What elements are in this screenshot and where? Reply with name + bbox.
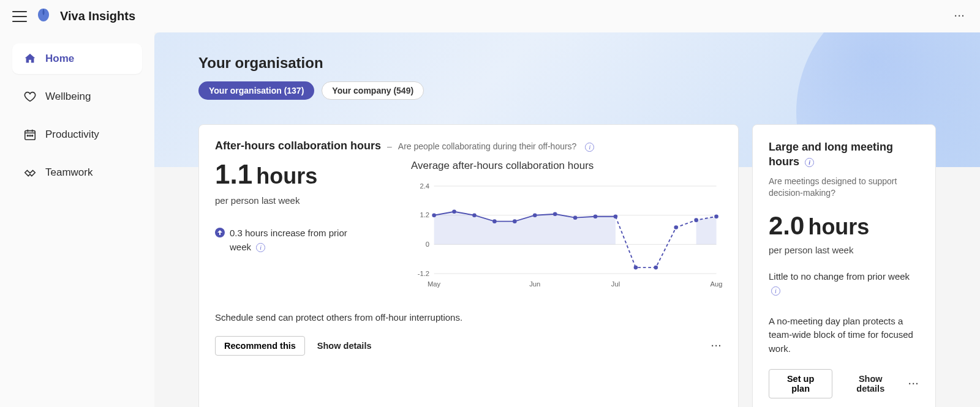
app-title: Viva Insights xyxy=(60,9,135,23)
show-details-button[interactable]: Show details xyxy=(845,374,896,394)
sidebar-item-wellbeing[interactable]: Wellbeing xyxy=(12,81,142,112)
card-title: After-hours collaboration hours xyxy=(215,140,381,152)
card-meetings: Large and long meeting hours i Are meeti… xyxy=(752,124,936,407)
svg-point-20 xyxy=(594,214,598,218)
change-text: Little to no change from prior week xyxy=(769,271,910,282)
info-icon[interactable]: i xyxy=(585,143,594,152)
svg-point-26 xyxy=(714,214,718,218)
delta-text: 0.3 hours increase from prior week xyxy=(230,228,347,252)
show-details-button[interactable]: Show details xyxy=(317,341,372,351)
metric-subtext: per person last week xyxy=(215,195,386,206)
sidebar-item-home[interactable]: Home xyxy=(12,43,142,74)
svg-text:2.4: 2.4 xyxy=(420,182,429,190)
page-title: Your organisation xyxy=(198,54,936,72)
metric-value: 2.0 xyxy=(769,211,804,240)
svg-text:Jul: Jul xyxy=(611,280,620,288)
svg-text:May: May xyxy=(428,280,441,288)
svg-point-25 xyxy=(694,218,698,222)
svg-point-2 xyxy=(29,135,31,136)
svg-point-22 xyxy=(634,266,638,270)
card-after-hours: After-hours collaboration hours – Are pe… xyxy=(198,124,739,407)
info-icon[interactable]: i xyxy=(256,243,265,252)
svg-point-15 xyxy=(492,219,497,223)
setup-plan-button[interactable]: Set up plan xyxy=(769,369,832,398)
svg-text:0: 0 xyxy=(426,241,429,248)
svg-point-1 xyxy=(27,135,28,136)
svg-point-23 xyxy=(654,266,658,270)
metric-value: 1.1 xyxy=(215,159,252,189)
metric-subtext: per person last week xyxy=(769,245,919,255)
heart-icon xyxy=(23,90,37,103)
card-title: Large and long meeting hours xyxy=(769,141,893,168)
svg-point-19 xyxy=(573,215,578,220)
svg-point-16 xyxy=(513,219,517,223)
home-icon xyxy=(23,52,37,65)
svg-text:1.2: 1.2 xyxy=(420,211,429,218)
handshake-icon xyxy=(23,166,37,179)
sidebar-item-productivity[interactable]: Productivity xyxy=(12,119,142,150)
hamburger-menu[interactable] xyxy=(12,10,27,23)
svg-point-21 xyxy=(614,214,618,218)
arrow-up-icon xyxy=(215,228,225,237)
sidebar-item-label: Wellbeing xyxy=(45,91,91,103)
metric-unit: hours xyxy=(256,163,317,189)
scope-pill-company[interactable]: Your company (549) xyxy=(322,81,424,100)
sidebar-item-teamwork[interactable]: Teamwork xyxy=(12,157,142,188)
svg-point-12 xyxy=(432,213,436,217)
svg-text:Jun: Jun xyxy=(529,280,540,288)
topbar-more-icon[interactable]: ··· xyxy=(954,11,965,21)
svg-text:-1.2: -1.2 xyxy=(418,270,429,277)
card-question: Are meetings designed to support decisio… xyxy=(769,176,919,200)
after-hours-chart: -1.201.22.4MayJunJulAug xyxy=(411,177,722,293)
svg-point-18 xyxy=(553,212,557,216)
card-tip: A no-meeting day plan protects a team-wi… xyxy=(769,315,919,356)
card-question: Are people collaborating during their of… xyxy=(398,141,577,151)
app-logo-icon xyxy=(36,7,51,25)
sidebar-item-label: Home xyxy=(45,53,74,65)
separator: – xyxy=(387,141,392,151)
metric-unit: hours xyxy=(808,214,869,239)
chart-title: Average after-hours collaboration hours xyxy=(411,160,722,172)
svg-point-14 xyxy=(472,213,477,217)
calendar-icon xyxy=(23,128,37,141)
card-tip: Schedule send can protect others from of… xyxy=(215,312,722,323)
info-icon[interactable]: i xyxy=(771,286,780,296)
svg-point-13 xyxy=(452,209,456,214)
svg-point-24 xyxy=(674,225,678,230)
svg-point-17 xyxy=(533,213,537,217)
scope-pill-organisation[interactable]: Your organisation (137) xyxy=(198,81,314,100)
card-more-icon[interactable]: ··· xyxy=(908,379,919,389)
recommend-button[interactable]: Recommend this xyxy=(215,336,305,356)
sidebar-item-label: Productivity xyxy=(45,129,99,141)
svg-text:Aug: Aug xyxy=(710,280,722,288)
sidebar-item-label: Teamwork xyxy=(45,166,92,179)
info-icon[interactable]: i xyxy=(805,158,814,167)
svg-point-3 xyxy=(32,135,33,136)
card-more-icon[interactable]: ··· xyxy=(711,341,722,351)
